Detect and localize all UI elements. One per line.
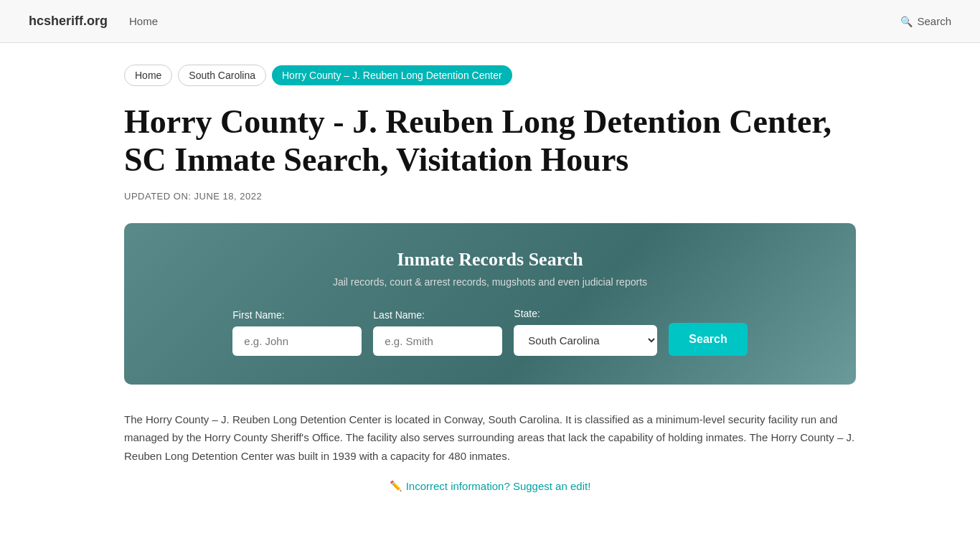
site-header: hcsheriff.org Home 🔍 Search	[0, 0, 980, 43]
search-icon: 🔍	[900, 16, 913, 27]
pencil-icon: ✏️	[390, 480, 402, 491]
state-select[interactable]: AlabamaAlaskaArizonaArkansasCaliforniaCo…	[514, 325, 657, 356]
breadcrumb-home[interactable]: Home	[124, 65, 172, 86]
breadcrumb-current: Horry County – J. Reuben Long Detention …	[272, 65, 512, 85]
inmate-search-form: First Name: Last Name: State: AlabamaAla…	[153, 308, 827, 356]
first-name-group: First Name:	[232, 309, 362, 356]
suggest-edit-label: Incorrect information? Suggest an edit!	[406, 480, 591, 492]
state-label: State:	[514, 308, 540, 319]
page-title: Horry County - J. Reuben Long Detention …	[124, 103, 856, 179]
site-logo[interactable]: hcsheriff.org	[29, 14, 108, 29]
widget-subtitle: Jail records, court & arrest records, mu…	[153, 276, 827, 288]
header-search-button[interactable]: 🔍 Search	[900, 15, 951, 27]
header-search-label: Search	[917, 15, 951, 27]
breadcrumb-state[interactable]: South Carolina	[178, 65, 266, 86]
last-name-group: Last Name:	[373, 309, 502, 356]
description-text: The Horry County – J. Reuben Long Detent…	[124, 410, 856, 466]
first-name-label: First Name:	[232, 309, 284, 321]
suggest-edit-section: ✏️ Incorrect information? Suggest an edi…	[124, 479, 856, 492]
suggest-edit-link[interactable]: ✏️ Incorrect information? Suggest an edi…	[390, 480, 591, 492]
nav-home-link[interactable]: Home	[129, 15, 158, 27]
header-left: hcsheriff.org Home	[29, 14, 158, 29]
widget-title: Inmate Records Search	[153, 249, 827, 270]
last-name-input[interactable]	[373, 326, 502, 356]
search-button[interactable]: Search	[669, 323, 747, 356]
first-name-input[interactable]	[232, 326, 362, 356]
updated-date: UPDATED ON: JUNE 18, 2022	[124, 191, 856, 202]
state-group: State: AlabamaAlaskaArizonaArkansasCalif…	[514, 308, 657, 356]
main-content: Home South Carolina Horry County – J. Re…	[95, 43, 885, 521]
breadcrumb: Home South Carolina Horry County – J. Re…	[124, 65, 856, 86]
search-widget: Inmate Records Search Jail records, cour…	[124, 223, 856, 385]
last-name-label: Last Name:	[373, 309, 425, 321]
